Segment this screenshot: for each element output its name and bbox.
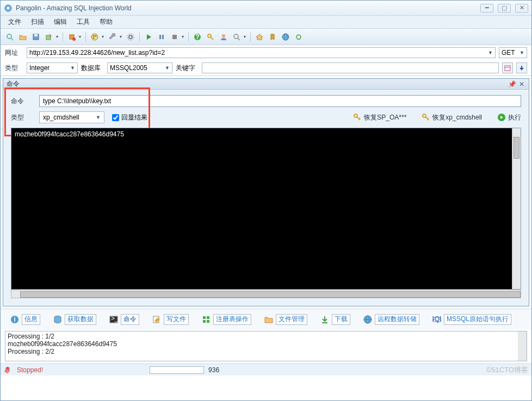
- calendar-icon[interactable]: [502, 62, 513, 73]
- svg-text:SQL: SQL: [432, 315, 441, 323]
- url-input[interactable]: http://219.153.49.228:44626/new_list.asp…: [27, 47, 496, 58]
- horizontal-scrollbar[interactable]: [11, 290, 521, 298]
- svg-point-22: [222, 34, 225, 37]
- svg-point-8: [72, 37, 76, 41]
- bottom-tabs: i信息 获取数据 >_命令 写文件 注册表操作 文件管理 下载 远程数据转储 S…: [1, 309, 531, 330]
- dropdown-arrow-icon[interactable]: ▾: [244, 34, 248, 39]
- export-icon[interactable]: [43, 31, 55, 43]
- restore-spoa-button[interactable]: 恢复SP_OA***: [353, 113, 406, 122]
- svg-rect-15: [159, 35, 161, 39]
- gear-icon[interactable]: [125, 31, 137, 43]
- search-icon[interactable]: [231, 31, 243, 43]
- close-button[interactable]: ✕: [515, 4, 528, 12]
- menu-scan[interactable]: 扫描: [27, 16, 48, 28]
- type-label: 类型: [5, 64, 23, 73]
- progress-bar: [150, 366, 204, 374]
- svg-point-23: [234, 34, 238, 39]
- tab-rawsql[interactable]: SQLMSSQL原始语句执行: [427, 312, 517, 327]
- help-icon[interactable]: ?: [191, 31, 203, 43]
- svg-rect-43: [207, 316, 209, 319]
- svg-point-12: [93, 37, 95, 39]
- svg-point-13: [129, 35, 132, 39]
- db-inject-icon[interactable]: [66, 31, 78, 43]
- log-line: mozheb0f994fcacc287e863646d9475: [8, 340, 524, 348]
- db-combo[interactable]: MSSQL2005 ▼: [107, 62, 172, 73]
- svg-line-21: [211, 37, 213, 40]
- app-icon: [4, 4, 13, 12]
- pin-icon[interactable]: 📌: [508, 80, 516, 88]
- folder-open-icon[interactable]: [17, 31, 29, 43]
- chevron-down-icon[interactable]: ▼: [165, 65, 170, 71]
- cmd-type-combo[interactable]: xp_cmdshell ▼: [39, 111, 104, 123]
- dropdown-arrow-icon[interactable]: ▾: [102, 34, 106, 39]
- globe-icon: [363, 315, 372, 324]
- chevron-down-icon[interactable]: ▼: [96, 115, 101, 120]
- db-value: MSSQL2005: [110, 64, 147, 72]
- tab-info[interactable]: i信息: [5, 312, 46, 327]
- save-icon[interactable]: [30, 31, 42, 43]
- echo-checkbox[interactable]: 回显结果: [112, 113, 147, 122]
- tab-writefile[interactable]: 写文件: [147, 312, 194, 327]
- separator: [84, 31, 88, 43]
- svg-rect-6: [46, 35, 51, 40]
- globe-icon[interactable]: [280, 31, 292, 43]
- svg-rect-45: [207, 320, 209, 323]
- home-icon[interactable]: [253, 31, 265, 43]
- svg-text:>_: >_: [111, 315, 118, 322]
- keyword-input[interactable]: [202, 62, 499, 73]
- down-arrow-icon[interactable]: [516, 62, 527, 73]
- key-icon[interactable]: [205, 31, 216, 43]
- watermark: ©51CTO博客: [486, 365, 528, 375]
- execute-button[interactable]: 执行: [497, 113, 521, 122]
- vertical-scrollbar[interactable]: [512, 128, 521, 289]
- dropdown-arrow-icon[interactable]: ▾: [120, 34, 123, 39]
- dropdown-arrow-icon[interactable]: ▾: [182, 34, 185, 39]
- tab-filemgr[interactable]: 文件管理: [259, 312, 313, 327]
- minimize-button[interactable]: ━: [480, 4, 493, 12]
- terminal-output[interactable]: mozheb0f994fcacc287e863646d9475: [11, 128, 521, 290]
- magnify-icon[interactable]: [4, 31, 16, 43]
- key-icon: [353, 113, 362, 122]
- chevron-down-icon[interactable]: ▼: [519, 50, 524, 55]
- command-panel-header: 命令 📌 ✕: [3, 79, 529, 90]
- echo-checkbox-input[interactable]: [112, 114, 119, 121]
- chevron-down-icon[interactable]: ▼: [488, 50, 493, 55]
- scrollbar-thumb[interactable]: [20, 291, 521, 298]
- command-panel: 命令 📌 ✕ 命令 类型 xp_cmdshell ▼ 回显结果 恢复SP_OA*…: [3, 78, 529, 306]
- bookmark-icon[interactable]: [267, 31, 279, 43]
- svg-rect-16: [162, 35, 164, 39]
- method-combo[interactable]: GET ▼: [499, 47, 527, 58]
- stop-icon[interactable]: [169, 31, 181, 43]
- tab-remote[interactable]: 远程数据转储: [358, 312, 425, 327]
- window-title: Pangolin - Amazing SQL Injection World: [16, 4, 480, 12]
- menu-help[interactable]: 帮助: [95, 16, 117, 28]
- scrollbar-thumb[interactable]: [514, 137, 519, 159]
- svg-text:?: ?: [195, 33, 199, 41]
- palette-icon[interactable]: [89, 31, 101, 43]
- refresh-icon[interactable]: [293, 31, 305, 43]
- type-combo[interactable]: Integer ▼: [27, 62, 78, 73]
- log-pane[interactable]: Processing : 1/2 mozheb0f994fcacc287e863…: [5, 331, 527, 361]
- dropdown-arrow-icon[interactable]: ▾: [79, 34, 83, 39]
- restore-xpcmd-button[interactable]: 恢复xp_cmdshell: [422, 113, 482, 122]
- tab-fetch[interactable]: 获取数据: [48, 312, 102, 327]
- key-icon: [422, 113, 430, 122]
- menu-file[interactable]: 文件: [4, 16, 26, 28]
- play-icon[interactable]: [143, 31, 154, 43]
- svg-point-14: [127, 34, 134, 40]
- tab-cmd[interactable]: >_命令: [104, 312, 145, 327]
- tab-download[interactable]: 下载: [315, 312, 356, 327]
- dropdown-arrow-icon[interactable]: ▾: [56, 34, 60, 39]
- menu-tool[interactable]: 工具: [72, 16, 94, 28]
- wrench-icon[interactable]: [107, 31, 119, 43]
- menu-edit[interactable]: 编辑: [50, 16, 71, 28]
- command-input[interactable]: [39, 95, 521, 107]
- tab-registry[interactable]: 注册表操作: [196, 312, 257, 327]
- type-value: Integer: [29, 64, 50, 72]
- user-icon[interactable]: [218, 31, 230, 43]
- chevron-down-icon[interactable]: ▼: [70, 65, 75, 71]
- vertical-scrollbar[interactable]: [518, 331, 527, 361]
- pause-icon[interactable]: [156, 31, 168, 43]
- maximize-button[interactable]: ▢: [498, 4, 511, 12]
- close-panel-icon[interactable]: ✕: [518, 80, 525, 88]
